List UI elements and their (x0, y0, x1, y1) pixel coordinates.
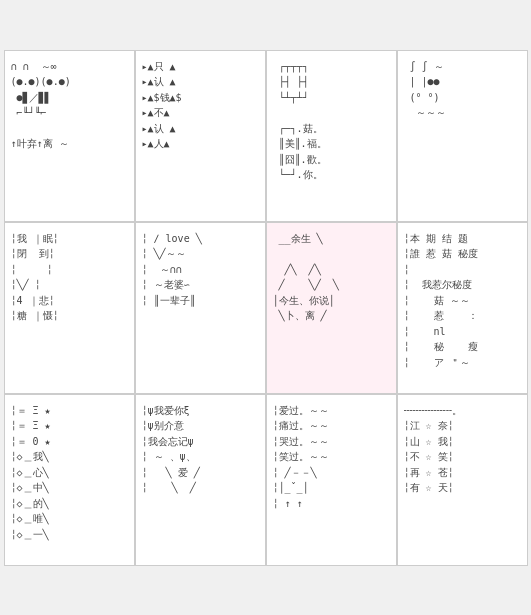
card-5: ╎我 ｜眠╎ ╎閉 到╎ ╎ ╎ ╎╲╱ ╎ ╎4 ｜悲╎ ╎糖 ｜慑╎ (5, 223, 134, 393)
card-4: ∫ ∫ ～ | |●● (° °) ～～～ (398, 51, 527, 221)
card-9: ╎＝ Ξ ★ ╎＝ Ξ ★ ╎＝ 0 ★ ╎◇＿我╲ ╎◇＿心╲ ╎◇＿中╲ ╎… (5, 395, 134, 565)
card-10: ╎ψ我爱你ξ ╎ψ别介意 ╎我会忘记ψ ╎ ～ 、ψ、 ╎ ╲ 爱 ╱ ╎ ╲ … (136, 395, 265, 565)
card-2: ▸▲只 ▲ ▸▲认 ▲ ▸▲$钱▲$ ▸▲不▲ ▸▲认 ▲ ▸▲人▲ (136, 51, 265, 221)
card-11: ╎爱过。～～ ╎痛过。～～ ╎哭过。～～ ╎笑过。～～ ╎ ╱－－╲ ╎│_ˇ_… (267, 395, 396, 565)
main-grid: ∩ ∩ ～∞ (●.●)(●.●) ●▊／▊▋ ⌐╙┘╙⌐ ↑叶弃↑离 ～ ▸▲… (4, 50, 528, 566)
card-7: __余生 ╲ ╱╲ ╱╲ ╱ ╲╱ ╲ │今生、你说│ ╲卜、离 ╱ (267, 223, 396, 393)
card-6: ╎ ∕ love ╲ ╎ ╲╱～～ ╎ ～∩∩ ╎ ～老婆∽ ╎ ║一辈子║ (136, 223, 265, 393)
card-3: ┌┬┬┬┐ ├┤ ├┤ └┴┬┴┘ ┌─┐.菇。 ║美║.福。 ║囧║.歡。 └… (267, 51, 396, 221)
card-12: ╌╌╌╌╌╌╌╌。 ╎江 ☆ 奈╎ ╎山 ☆ 我╎ ╎不 ☆ 笑╎ ╎再 ☆ 苍… (398, 395, 527, 565)
card-1: ∩ ∩ ～∞ (●.●)(●.●) ●▊／▊▋ ⌐╙┘╙⌐ ↑叶弃↑离 ～ (5, 51, 134, 221)
card-8: ╎本 期 结 题 ╎誰 惹 菇 秘度 ╎ ╎ 我惹尔秘度 ╎ 菇 ～～ ╎ 惹 … (398, 223, 527, 393)
